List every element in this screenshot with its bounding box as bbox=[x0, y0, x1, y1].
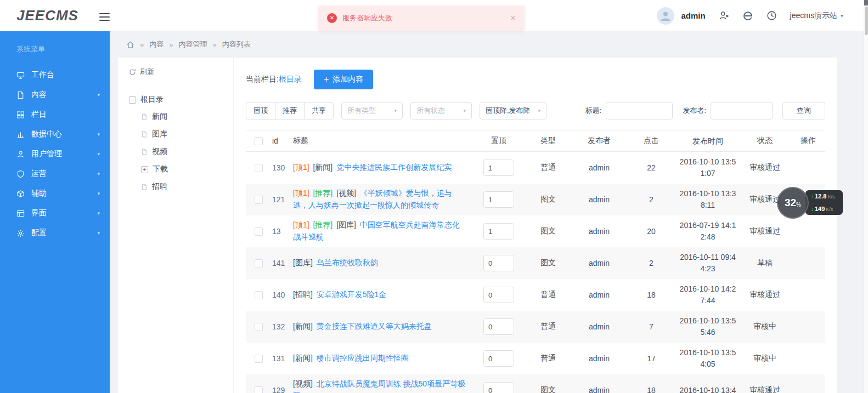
sidebar-item-config[interactable]: 配置 ▾ bbox=[0, 223, 110, 243]
tree-node-news[interactable]: 新闻 bbox=[129, 108, 222, 126]
collapse-icon[interactable]: − bbox=[129, 96, 136, 104]
title-link[interactable]: 党中央推进民族工作创新发展纪实 bbox=[336, 163, 452, 172]
row-title: [图库] 乌兰布统牧歌秋韵 bbox=[293, 257, 474, 269]
publisher-filter-input[interactable] bbox=[711, 102, 773, 119]
row-checkbox[interactable] bbox=[255, 196, 263, 204]
table-row: 140 [招聘] 安卓游戏开发5险1金 普通 admin 18 2016-10-… bbox=[246, 279, 825, 311]
row-checkbox[interactable] bbox=[255, 323, 263, 331]
row-publish-time: 2016-10-10 13:3 8:11 bbox=[677, 188, 739, 211]
row-checkbox[interactable] bbox=[255, 259, 263, 267]
row-publish-time: 2016-10-11 09:4 4:23 bbox=[677, 252, 739, 275]
profile-icon[interactable] bbox=[719, 10, 729, 21]
title-link[interactable]: 黄金接连下跌难道又等大妈来托盘 bbox=[317, 322, 432, 331]
user-avatar[interactable] bbox=[657, 7, 674, 25]
publish-date: 2016-10-10 13:3 bbox=[677, 188, 739, 200]
app-logo: JEECMS bbox=[16, 7, 78, 24]
expand-icon[interactable]: + bbox=[141, 166, 148, 173]
header-publish-time: 发布时间 bbox=[677, 135, 739, 147]
shield-icon bbox=[16, 170, 25, 178]
sidebar-item-auxiliary[interactable]: 辅助 ▾ bbox=[0, 184, 110, 203]
row-clicks: 18 bbox=[625, 291, 677, 299]
page-scrollbar[interactable] bbox=[864, 0, 868, 393]
sidebar-item-data-center[interactable]: 数据中心 ▾ bbox=[0, 124, 110, 144]
tree-node-recruit[interactable]: 招聘 bbox=[129, 178, 222, 196]
recommend-filter-button[interactable]: 推荐 bbox=[275, 102, 305, 119]
menu-toggle-icon[interactable] bbox=[99, 11, 110, 23]
sort-select[interactable]: 固顶降,发布降 ▾ bbox=[480, 102, 546, 119]
sidebar-item-label: 数据中心 bbox=[31, 129, 97, 139]
title-link[interactable]: 安卓游戏开发5险1金 bbox=[317, 290, 387, 299]
table-row: 131 [新闻] 楼市调控应跳出周期性怪圈 普通 admin 17 2016-1… bbox=[246, 343, 825, 374]
table-header-row: id 标题 置顶 类型 发布者 点击 发布时间 状态 操作 bbox=[246, 130, 825, 152]
top-tag: [顶1] bbox=[293, 189, 309, 197]
sidebar-item-columns[interactable]: 栏目 bbox=[0, 105, 110, 124]
row-checkbox[interactable] bbox=[255, 355, 263, 363]
recommend-tag: [推荐] bbox=[313, 189, 332, 197]
row-title: [招聘] 安卓游戏开发5险1金 bbox=[293, 289, 474, 301]
type-select[interactable]: 所有类型 ▾ bbox=[341, 102, 403, 119]
sidebar-item-content[interactable]: 内容 ▾ bbox=[0, 85, 110, 105]
row-publish-time: 2016-07-19 14:1 2:48 bbox=[677, 220, 739, 243]
tree-node-download[interactable]: + 下载 bbox=[129, 161, 222, 178]
site-selector[interactable]: jeecms演示站 ▾ bbox=[790, 11, 843, 21]
sidebar-item-operations[interactable]: 运营 ▾ bbox=[0, 164, 110, 184]
tree-node-video[interactable]: 视频 bbox=[129, 143, 222, 161]
tree-node-gallery[interactable]: 图库 bbox=[129, 126, 222, 143]
row-type: 图文 bbox=[523, 385, 573, 393]
breadcrumb-item-content-list[interactable]: 内容列表 bbox=[222, 39, 251, 49]
row-checkbox[interactable] bbox=[255, 227, 263, 236]
tree-node-root[interactable]: − 根目录 bbox=[129, 92, 222, 108]
type-select-value: 所有类型 bbox=[347, 106, 376, 116]
top-order-input[interactable] bbox=[483, 382, 514, 393]
error-toast: ✕ 服务器响应失败 ✕ bbox=[318, 5, 525, 31]
search-button[interactable]: 查询 bbox=[782, 102, 825, 119]
select-all-checkbox[interactable] bbox=[255, 137, 263, 145]
row-status: 审核通过 bbox=[739, 385, 791, 393]
top-order-input[interactable] bbox=[483, 255, 514, 271]
add-content-button[interactable]: + 添加内容 bbox=[314, 70, 373, 89]
refresh-button[interactable]: 刷新 bbox=[129, 66, 222, 77]
chevron-down-icon: ▾ bbox=[388, 108, 397, 113]
title-link[interactable]: 北京特战队员魔鬼周训练 挑战50项最严苛极限 bbox=[293, 379, 465, 393]
top-order-input[interactable] bbox=[483, 350, 514, 367]
top-order-input[interactable] bbox=[483, 287, 514, 303]
current-column: 当前栏目:根目录 bbox=[246, 75, 302, 84]
breadcrumb-item-content-management[interactable]: 内容管理 bbox=[178, 39, 207, 49]
ie-browser-icon[interactable] bbox=[742, 10, 753, 21]
home-icon[interactable] bbox=[126, 41, 134, 49]
header-status: 状态 bbox=[739, 136, 791, 146]
row-id: 132 bbox=[271, 322, 293, 331]
row-checkbox[interactable] bbox=[255, 386, 263, 393]
scrollbar-thumb[interactable] bbox=[865, 7, 868, 35]
publish-date: 2016-10-10 13:5 bbox=[677, 156, 739, 168]
share-filter-button[interactable]: 共享 bbox=[304, 102, 334, 119]
toast-close-icon[interactable]: ✕ bbox=[510, 14, 516, 22]
row-type: 图文 bbox=[523, 258, 573, 268]
sidebar-item-interface[interactable]: 界面 ▾ bbox=[0, 203, 110, 223]
clock-icon[interactable] bbox=[766, 10, 777, 21]
title-filter-input[interactable] bbox=[606, 102, 673, 119]
top-order-input[interactable] bbox=[483, 223, 514, 240]
sidebar-item-user-management[interactable]: 用户管理 ▾ bbox=[0, 144, 110, 164]
progress-percent-symbol: % bbox=[796, 202, 801, 208]
document-icon bbox=[16, 91, 25, 99]
title-link[interactable]: 乌兰布统牧歌秋韵 bbox=[317, 258, 378, 267]
status-select[interactable]: 所有状态 ▾ bbox=[410, 102, 472, 119]
publish-date: 2016-10-10 13:4 bbox=[677, 385, 739, 393]
category-tag: [图库] bbox=[336, 220, 356, 229]
current-column-value: 根目录 bbox=[279, 75, 302, 83]
title-link[interactable]: 楼市调控应跳出周期性怪圈 bbox=[317, 354, 409, 362]
top-order-input[interactable] bbox=[483, 191, 514, 208]
row-type: 普通 bbox=[523, 163, 573, 173]
breadcrumb-item-content[interactable]: 内容 bbox=[149, 39, 164, 49]
download-progress-badge[interactable]: 32 % bbox=[777, 187, 809, 219]
pin-filter-button[interactable]: 固顶 bbox=[246, 102, 275, 119]
scrollbar-up-button[interactable] bbox=[864, 0, 868, 5]
sidebar-item-workbench[interactable]: 工作台 bbox=[0, 65, 110, 85]
row-checkbox[interactable] bbox=[255, 164, 263, 172]
top-order-input[interactable] bbox=[483, 318, 514, 335]
row-checkbox[interactable] bbox=[255, 291, 263, 299]
top-order-input[interactable] bbox=[483, 160, 514, 176]
upload-speed: ↑ 12.8 K/s bbox=[811, 193, 839, 200]
username[interactable]: admin bbox=[681, 11, 705, 20]
